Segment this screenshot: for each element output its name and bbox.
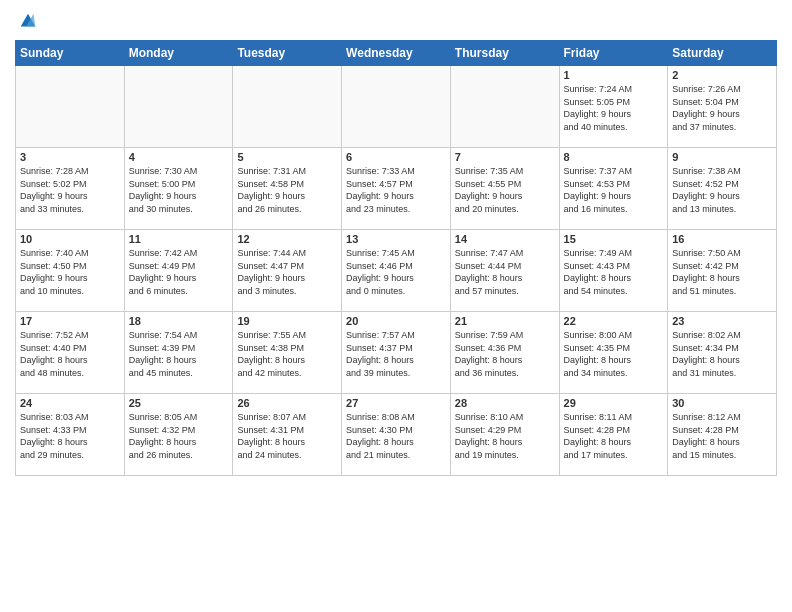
- day-cell: 20Sunrise: 7:57 AM Sunset: 4:37 PM Dayli…: [342, 312, 451, 394]
- day-info: Sunrise: 7:38 AM Sunset: 4:52 PM Dayligh…: [672, 165, 772, 215]
- day-cell: 15Sunrise: 7:49 AM Sunset: 4:43 PM Dayli…: [559, 230, 668, 312]
- day-info: Sunrise: 8:00 AM Sunset: 4:35 PM Dayligh…: [564, 329, 664, 379]
- weekday-header-friday: Friday: [559, 41, 668, 66]
- day-number: 11: [129, 233, 229, 245]
- day-info: Sunrise: 7:24 AM Sunset: 5:05 PM Dayligh…: [564, 83, 664, 133]
- day-cell: 12Sunrise: 7:44 AM Sunset: 4:47 PM Dayli…: [233, 230, 342, 312]
- day-number: 23: [672, 315, 772, 327]
- day-number: 30: [672, 397, 772, 409]
- week-row-4: 17Sunrise: 7:52 AM Sunset: 4:40 PM Dayli…: [16, 312, 777, 394]
- day-number: 1: [564, 69, 664, 81]
- weekday-header-sunday: Sunday: [16, 41, 125, 66]
- day-number: 27: [346, 397, 446, 409]
- weekday-header-row: SundayMondayTuesdayWednesdayThursdayFrid…: [16, 41, 777, 66]
- day-cell: 25Sunrise: 8:05 AM Sunset: 4:32 PM Dayli…: [124, 394, 233, 476]
- day-cell: 3Sunrise: 7:28 AM Sunset: 5:02 PM Daylig…: [16, 148, 125, 230]
- day-info: Sunrise: 7:55 AM Sunset: 4:38 PM Dayligh…: [237, 329, 337, 379]
- day-number: 6: [346, 151, 446, 163]
- day-number: 18: [129, 315, 229, 327]
- day-info: Sunrise: 7:49 AM Sunset: 4:43 PM Dayligh…: [564, 247, 664, 297]
- day-info: Sunrise: 7:47 AM Sunset: 4:44 PM Dayligh…: [455, 247, 555, 297]
- calendar: SundayMondayTuesdayWednesdayThursdayFrid…: [15, 40, 777, 476]
- day-cell: [450, 66, 559, 148]
- day-info: Sunrise: 7:52 AM Sunset: 4:40 PM Dayligh…: [20, 329, 120, 379]
- day-number: 24: [20, 397, 120, 409]
- day-number: 26: [237, 397, 337, 409]
- day-cell: 6Sunrise: 7:33 AM Sunset: 4:57 PM Daylig…: [342, 148, 451, 230]
- day-info: Sunrise: 7:57 AM Sunset: 4:37 PM Dayligh…: [346, 329, 446, 379]
- day-cell: 7Sunrise: 7:35 AM Sunset: 4:55 PM Daylig…: [450, 148, 559, 230]
- day-number: 3: [20, 151, 120, 163]
- day-info: Sunrise: 7:28 AM Sunset: 5:02 PM Dayligh…: [20, 165, 120, 215]
- day-cell: 17Sunrise: 7:52 AM Sunset: 4:40 PM Dayli…: [16, 312, 125, 394]
- day-number: 13: [346, 233, 446, 245]
- day-number: 7: [455, 151, 555, 163]
- day-cell: 1Sunrise: 7:24 AM Sunset: 5:05 PM Daylig…: [559, 66, 668, 148]
- week-row-2: 3Sunrise: 7:28 AM Sunset: 5:02 PM Daylig…: [16, 148, 777, 230]
- day-number: 29: [564, 397, 664, 409]
- day-number: 28: [455, 397, 555, 409]
- day-info: Sunrise: 8:05 AM Sunset: 4:32 PM Dayligh…: [129, 411, 229, 461]
- day-info: Sunrise: 8:07 AM Sunset: 4:31 PM Dayligh…: [237, 411, 337, 461]
- day-cell: 22Sunrise: 8:00 AM Sunset: 4:35 PM Dayli…: [559, 312, 668, 394]
- day-cell: [16, 66, 125, 148]
- day-info: Sunrise: 7:30 AM Sunset: 5:00 PM Dayligh…: [129, 165, 229, 215]
- day-info: Sunrise: 7:59 AM Sunset: 4:36 PM Dayligh…: [455, 329, 555, 379]
- day-cell: 18Sunrise: 7:54 AM Sunset: 4:39 PM Dayli…: [124, 312, 233, 394]
- day-info: Sunrise: 7:54 AM Sunset: 4:39 PM Dayligh…: [129, 329, 229, 379]
- day-number: 19: [237, 315, 337, 327]
- day-cell: 2Sunrise: 7:26 AM Sunset: 5:04 PM Daylig…: [668, 66, 777, 148]
- day-info: Sunrise: 8:10 AM Sunset: 4:29 PM Dayligh…: [455, 411, 555, 461]
- day-cell: [233, 66, 342, 148]
- day-cell: 26Sunrise: 8:07 AM Sunset: 4:31 PM Dayli…: [233, 394, 342, 476]
- day-cell: 4Sunrise: 7:30 AM Sunset: 5:00 PM Daylig…: [124, 148, 233, 230]
- day-cell: 16Sunrise: 7:50 AM Sunset: 4:42 PM Dayli…: [668, 230, 777, 312]
- day-info: Sunrise: 7:42 AM Sunset: 4:49 PM Dayligh…: [129, 247, 229, 297]
- weekday-header-thursday: Thursday: [450, 41, 559, 66]
- logo-icon: [17, 10, 39, 32]
- day-cell: 5Sunrise: 7:31 AM Sunset: 4:58 PM Daylig…: [233, 148, 342, 230]
- day-info: Sunrise: 7:44 AM Sunset: 4:47 PM Dayligh…: [237, 247, 337, 297]
- day-info: Sunrise: 7:33 AM Sunset: 4:57 PM Dayligh…: [346, 165, 446, 215]
- logo: [15, 10, 39, 32]
- day-cell: 10Sunrise: 7:40 AM Sunset: 4:50 PM Dayli…: [16, 230, 125, 312]
- day-info: Sunrise: 7:45 AM Sunset: 4:46 PM Dayligh…: [346, 247, 446, 297]
- day-cell: [342, 66, 451, 148]
- day-cell: 8Sunrise: 7:37 AM Sunset: 4:53 PM Daylig…: [559, 148, 668, 230]
- day-info: Sunrise: 7:31 AM Sunset: 4:58 PM Dayligh…: [237, 165, 337, 215]
- day-cell: 27Sunrise: 8:08 AM Sunset: 4:30 PM Dayli…: [342, 394, 451, 476]
- weekday-header-wednesday: Wednesday: [342, 41, 451, 66]
- day-number: 2: [672, 69, 772, 81]
- header: [15, 10, 777, 32]
- day-number: 15: [564, 233, 664, 245]
- day-number: 4: [129, 151, 229, 163]
- day-number: 20: [346, 315, 446, 327]
- day-number: 17: [20, 315, 120, 327]
- day-info: Sunrise: 7:50 AM Sunset: 4:42 PM Dayligh…: [672, 247, 772, 297]
- day-number: 9: [672, 151, 772, 163]
- day-number: 10: [20, 233, 120, 245]
- week-row-3: 10Sunrise: 7:40 AM Sunset: 4:50 PM Dayli…: [16, 230, 777, 312]
- day-number: 16: [672, 233, 772, 245]
- day-info: Sunrise: 7:37 AM Sunset: 4:53 PM Dayligh…: [564, 165, 664, 215]
- day-number: 5: [237, 151, 337, 163]
- day-cell: 30Sunrise: 8:12 AM Sunset: 4:28 PM Dayli…: [668, 394, 777, 476]
- day-cell: 14Sunrise: 7:47 AM Sunset: 4:44 PM Dayli…: [450, 230, 559, 312]
- day-number: 8: [564, 151, 664, 163]
- day-info: Sunrise: 8:02 AM Sunset: 4:34 PM Dayligh…: [672, 329, 772, 379]
- day-info: Sunrise: 8:08 AM Sunset: 4:30 PM Dayligh…: [346, 411, 446, 461]
- day-info: Sunrise: 8:11 AM Sunset: 4:28 PM Dayligh…: [564, 411, 664, 461]
- day-cell: 9Sunrise: 7:38 AM Sunset: 4:52 PM Daylig…: [668, 148, 777, 230]
- day-cell: 23Sunrise: 8:02 AM Sunset: 4:34 PM Dayli…: [668, 312, 777, 394]
- page-container: SundayMondayTuesdayWednesdayThursdayFrid…: [0, 0, 792, 481]
- weekday-header-saturday: Saturday: [668, 41, 777, 66]
- day-number: 12: [237, 233, 337, 245]
- week-row-1: 1Sunrise: 7:24 AM Sunset: 5:05 PM Daylig…: [16, 66, 777, 148]
- day-cell: 24Sunrise: 8:03 AM Sunset: 4:33 PM Dayli…: [16, 394, 125, 476]
- day-info: Sunrise: 7:40 AM Sunset: 4:50 PM Dayligh…: [20, 247, 120, 297]
- day-number: 22: [564, 315, 664, 327]
- day-number: 14: [455, 233, 555, 245]
- day-cell: 13Sunrise: 7:45 AM Sunset: 4:46 PM Dayli…: [342, 230, 451, 312]
- day-info: Sunrise: 7:35 AM Sunset: 4:55 PM Dayligh…: [455, 165, 555, 215]
- day-cell: 28Sunrise: 8:10 AM Sunset: 4:29 PM Dayli…: [450, 394, 559, 476]
